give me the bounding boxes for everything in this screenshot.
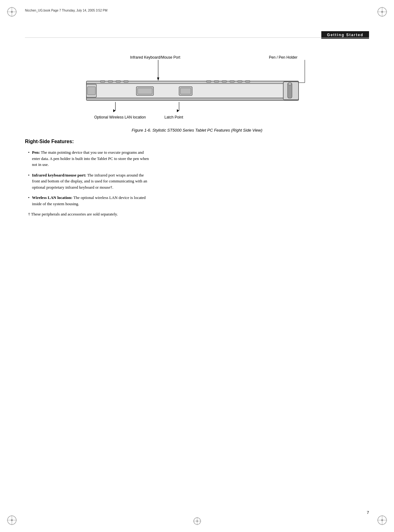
header-rule: [25, 37, 369, 38]
center-bottom-mark: [192, 516, 202, 526]
diagram-container: Infrared Keyboard/Mouse Port Pen / Pen H…: [25, 53, 369, 122]
svg-rect-34: [100, 80, 105, 82]
header-title: Getting Started: [327, 33, 363, 37]
svg-rect-38: [207, 80, 211, 82]
svg-rect-33: [180, 88, 191, 94]
svg-rect-39: [214, 80, 219, 82]
heading-text: Right-Side Features:: [25, 139, 74, 144]
list-item: • Infrared keyboard/mouse port: The infr…: [25, 172, 369, 191]
feature-1-body: The main pointing device that you use to…: [32, 150, 149, 167]
corner-mark-bl: [6, 515, 17, 526]
svg-rect-42: [238, 80, 242, 82]
svg-rect-27: [86, 98, 299, 100]
svg-rect-31: [138, 88, 152, 94]
bullet-1: •: [28, 149, 30, 156]
corner-mark-tl: [6, 6, 17, 17]
label-wireless-svg: Optional Wireless LAN location: [94, 115, 146, 119]
figure-caption: Figure 1-6. Stylistic ST5000 Series Tabl…: [25, 128, 369, 133]
svg-rect-35: [108, 80, 113, 82]
section-heading: Right-Side Features:: [25, 139, 369, 144]
label-latch-svg: Latch Point: [164, 115, 183, 119]
bullet-3: •: [28, 195, 30, 201]
main-content: Infrared Keyboard/Mouse Port Pen / Pen H…: [25, 53, 369, 217]
svg-point-19: [196, 520, 198, 522]
svg-rect-36: [116, 80, 120, 82]
page-number: 7: [367, 510, 369, 515]
footnote-text: † These peripherals and accessories are …: [28, 212, 118, 216]
svg-point-11: [11, 519, 13, 521]
feature-1-text: Pen: The main pointing device that you u…: [32, 149, 151, 168]
svg-rect-46: [288, 83, 291, 85]
list-item: • Pen: The main pointing device that you…: [25, 149, 369, 168]
svg-rect-40: [222, 80, 226, 82]
svg-rect-25: [86, 81, 299, 100]
svg-rect-37: [124, 80, 128, 82]
svg-rect-43: [246, 80, 250, 82]
svg-point-15: [381, 519, 383, 521]
label-pen: Pen / Pen Holder: [269, 55, 297, 60]
svg-point-7: [381, 11, 383, 13]
footnote: † These peripherals and accessories are …: [25, 211, 156, 217]
top-meta: Nicchen_UG.book Page 7 Thursday, July 14…: [25, 9, 107, 12]
device-diagram: Infrared Keyboard/Mouse Port Pen / Pen H…: [69, 53, 325, 122]
feature-3-text: Wireless LAN location: The optional wire…: [32, 195, 151, 207]
feature-1-label: Pen:: [32, 150, 40, 155]
corner-mark-br: [377, 515, 388, 526]
svg-rect-41: [230, 80, 234, 82]
bullet-2: •: [28, 172, 30, 178]
svg-point-3: [11, 11, 13, 13]
list-item: • Wireless LAN location: The optional wi…: [25, 195, 369, 207]
page: Nicchen_UG.book Page 7 Thursday, July 14…: [0, 0, 394, 532]
feature-2-text: Infrared keyboard/mouse port: The infrar…: [32, 172, 151, 191]
feature-list: • Pen: The main pointing device that you…: [25, 149, 369, 207]
caption-text: Figure 1-6. Stylistic ST5000 Series Tabl…: [132, 128, 262, 133]
meta-text: Nicchen_UG.book Page 7 Thursday, July 14…: [25, 9, 107, 12]
page-number-text: 7: [367, 510, 369, 515]
corner-mark-tr: [377, 6, 388, 17]
feature-2-label: Infrared keyboard/mouse port:: [32, 173, 86, 177]
label-infrared: Infrared Keyboard/Mouse Port: [130, 55, 180, 60]
svg-rect-29: [87, 87, 95, 95]
feature-3-label: Wireless LAN location:: [32, 195, 73, 200]
